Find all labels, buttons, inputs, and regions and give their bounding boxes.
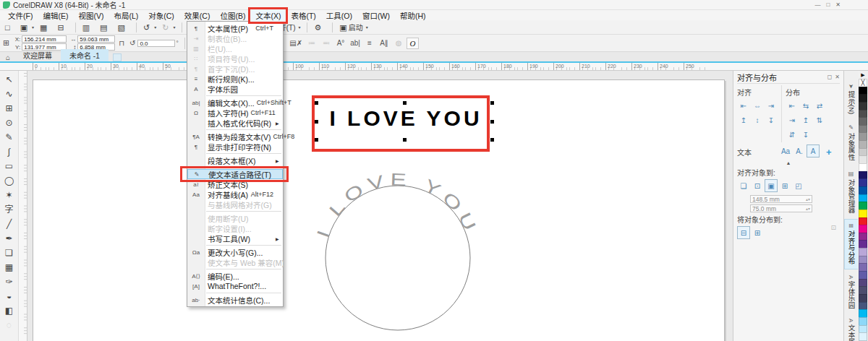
align-to-button[interactable]: ⊞ bbox=[778, 179, 791, 192]
rotation-angle-field[interactable]: 0.0 bbox=[137, 40, 175, 47]
toolbar-button[interactable]: ▧ bbox=[116, 22, 132, 33]
tool-button[interactable]: ╱ bbox=[2, 217, 17, 231]
menu-item[interactable]: 段落文本框(X) ▶ bbox=[187, 155, 283, 165]
align-to-button[interactable]: ⊡ bbox=[751, 179, 764, 192]
toolbar-button[interactable] bbox=[332, 22, 333, 33]
distribute-to-button[interactable]: ⊞ bbox=[751, 226, 764, 239]
tool-button[interactable]: ↖ bbox=[2, 72, 17, 87]
tool-button[interactable]: ✎ bbox=[2, 130, 17, 144]
tool-button[interactable]: ▦ bbox=[2, 260, 17, 275]
add-icon[interactable]: + bbox=[826, 147, 832, 157]
document-tab[interactable]: 欢迎屏幕 bbox=[14, 49, 61, 61]
toolbar-button[interactable]: ↻ ▾ bbox=[160, 22, 177, 33]
menu-item[interactable]: ab| 编辑文本(X)... Ctrl+Shift+T bbox=[187, 98, 283, 108]
lock-ratio-icon[interactable]: ⊓ bbox=[117, 39, 126, 47]
text-format-button[interactable]: ≕ bbox=[320, 38, 332, 49]
menubar-item[interactable]: 工具(O) bbox=[321, 9, 357, 22]
distribute-button[interactable]: ⇤ bbox=[786, 99, 799, 112]
menu-item[interactable]: Ωa 更改大小写(G)... bbox=[187, 247, 283, 257]
menubar-item[interactable]: 编辑(E) bbox=[38, 9, 73, 22]
tool-button[interactable]: ✶ bbox=[2, 188, 17, 202]
text-align-mode-button[interactable]: A bbox=[807, 144, 820, 157]
text-format-button[interactable]: ◍ bbox=[393, 38, 404, 49]
docker-tab[interactable]: A 字体乐园 bbox=[844, 271, 859, 313]
align-to-button[interactable]: ▣ bbox=[765, 179, 778, 192]
menu-item[interactable]: ✎ 使文本适合路径(T) bbox=[187, 169, 283, 179]
menubar-item[interactable]: 视图(V) bbox=[73, 9, 109, 22]
menu-item[interactable]: [A] WhatTheFont?!... bbox=[187, 281, 283, 291]
menu-item[interactable]: A 字体乐园 bbox=[187, 84, 283, 94]
toolbar-button[interactable]: ↺ ▾ bbox=[141, 22, 158, 33]
drawing-canvas[interactable]: I LOVE YOU I LOVE YOU bbox=[27, 71, 733, 341]
align-to-button[interactable]: ❏ bbox=[737, 179, 750, 192]
menu-item[interactable]: ¶ 文本属性(P) Ctrl+T bbox=[187, 23, 283, 33]
tool-button[interactable]: 字 bbox=[2, 202, 17, 217]
menubar-item[interactable]: 表格(T) bbox=[286, 9, 320, 22]
toolbar-button[interactable] bbox=[136, 22, 137, 33]
text-format-button[interactable]: A∥ bbox=[378, 38, 390, 49]
text-on-path[interactable]: I LOVE YOU bbox=[312, 169, 482, 240]
menubar-item[interactable]: 文件(F) bbox=[3, 9, 38, 22]
toolbar-button[interactable] bbox=[182, 22, 182, 33]
text-format-button[interactable]: ≡ bbox=[364, 38, 375, 49]
text-format-button[interactable]: ≔ bbox=[306, 38, 318, 49]
toolbar-button[interactable]: ▣ ▾ bbox=[18, 22, 36, 33]
tool-button[interactable]: ∫ bbox=[2, 144, 17, 159]
docker-control-button[interactable]: ◻ bbox=[827, 74, 833, 80]
align-to-button[interactable]: ◰ bbox=[792, 179, 805, 192]
palette-scroll-arrow[interactable]: ▶ bbox=[859, 72, 867, 79]
tool-button[interactable]: ✑ bbox=[2, 275, 17, 289]
align-button[interactable]: ⇤ bbox=[737, 99, 750, 112]
edit-text-button[interactable]: O bbox=[407, 38, 419, 49]
toolbar-button[interactable]: ⊟ bbox=[55, 22, 70, 33]
menu-item[interactable]: ¶ 显示非打印字符(N) bbox=[187, 142, 283, 152]
distribute-button[interactable]: ↧ bbox=[799, 128, 812, 141]
menu-item[interactable]: a≀ 矫正文本(S) bbox=[187, 179, 283, 189]
tool-button[interactable]: ⊙ bbox=[2, 116, 17, 130]
menubar-item[interactable]: 位图(B) bbox=[215, 9, 250, 22]
tool-button[interactable]: ◯ bbox=[2, 173, 17, 188]
distribute-to-button[interactable]: ⊟ bbox=[737, 226, 750, 239]
docker-tab[interactable]: ➤ 提示(N) bbox=[844, 79, 859, 118]
docker-tab[interactable]: A 文本属性 bbox=[844, 314, 859, 341]
text-align-mode-button[interactable]: A. bbox=[793, 144, 806, 157]
menubar-item[interactable]: 布局(L) bbox=[109, 9, 143, 22]
menu-item[interactable]: Aa 对齐基线(A) Alt+F12 bbox=[187, 189, 283, 199]
object-width-field[interactable]: 59.063 mm bbox=[77, 35, 115, 43]
toolbar-button[interactable]: ⚙ bbox=[312, 22, 328, 33]
window-control-button[interactable]: — bbox=[814, 1, 820, 9]
toolbar-button[interactable] bbox=[75, 22, 76, 33]
distribute-button[interactable]: ↥ bbox=[799, 113, 812, 126]
menu-item[interactable]: Ω 插入字符(H) Ctrl+F11 bbox=[187, 108, 283, 118]
window-control-button[interactable]: □ bbox=[826, 1, 830, 9]
new-document-tab-button[interactable] bbox=[113, 53, 122, 61]
distribute-button[interactable]: ⇄ bbox=[813, 99, 826, 112]
menubar-item[interactable]: 文本(X) bbox=[250, 9, 286, 22]
menu-item[interactable]: 书写工具(W) ▶ bbox=[187, 233, 283, 243]
menubar-item[interactable]: 效果(C) bbox=[179, 9, 216, 22]
home-icon[interactable]: ⌂ bbox=[1, 53, 14, 61]
menu-item[interactable]: ⇥ 制表位(B)... bbox=[187, 33, 283, 43]
align-button[interactable]: ⇥ bbox=[765, 99, 778, 112]
distribute-button[interactable]: ⇥ bbox=[786, 113, 799, 126]
tool-button[interactable]: ◌ bbox=[2, 318, 17, 332]
menu-item[interactable]: 使用断字(U) bbox=[187, 213, 283, 223]
menu-item[interactable]: 断字设置(I)... bbox=[187, 223, 283, 233]
collapse-arrow-icon[interactable]: ▲ bbox=[737, 160, 840, 165]
text-format-button[interactable]: A° bbox=[335, 38, 346, 49]
text-format-button[interactable]: ab| bbox=[349, 38, 361, 49]
menubar-item[interactable]: 帮助(H) bbox=[395, 9, 431, 22]
menu-item[interactable]: 插入格式化代码(R) ▶ bbox=[187, 118, 283, 128]
docker-tab[interactable]: ✎ 对象属性 bbox=[844, 120, 859, 165]
distribute-button[interactable]: ⇅ bbox=[813, 113, 826, 126]
selection-handle[interactable] bbox=[490, 138, 494, 142]
menu-item[interactable]: ▥ 栏(U)... bbox=[187, 43, 283, 53]
text-format-button[interactable]: ▤✗ bbox=[289, 38, 303, 49]
selection-handle[interactable] bbox=[490, 101, 494, 105]
align-button[interactable]: ↥ bbox=[737, 113, 750, 126]
distribute-button[interactable]: ⇵ bbox=[786, 128, 799, 141]
window-control-button[interactable]: ✕ bbox=[835, 1, 841, 9]
toolbar-button[interactable]: ▦ bbox=[38, 22, 54, 33]
menubar-item[interactable]: 窗口(W) bbox=[357, 9, 395, 22]
toolbar-button[interactable]: ▣ 启动 ▾ bbox=[337, 22, 370, 33]
